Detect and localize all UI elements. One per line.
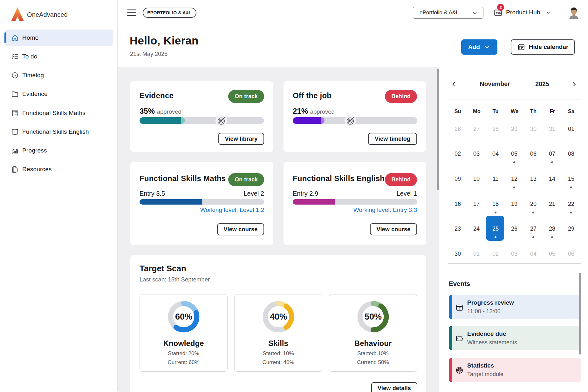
svg-text:50%: 50% [365, 312, 382, 321]
svg-text:40%: 40% [270, 312, 287, 321]
svg-text:60%: 60% [175, 312, 192, 321]
